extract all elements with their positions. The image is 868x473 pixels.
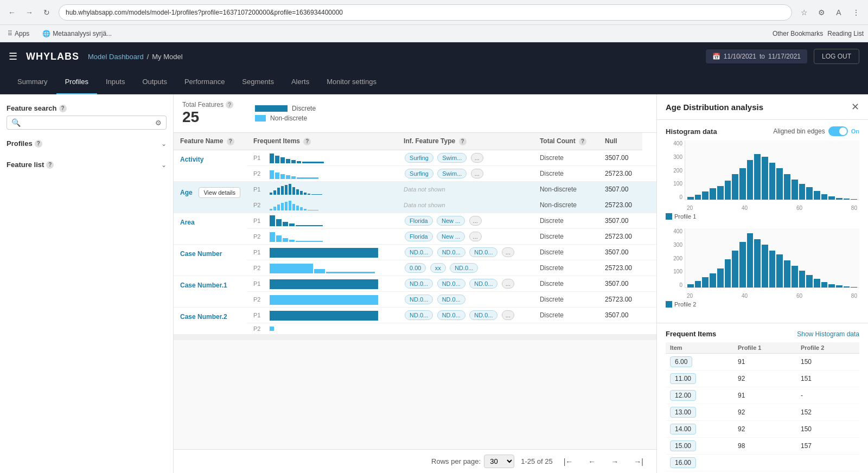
- area-p2-bars: P2: [247, 228, 397, 244]
- logout-button[interactable]: LOG OUT: [814, 49, 859, 64]
- search-input[interactable]: [23, 119, 153, 127]
- casenumber1-p2-tag-1[interactable]: ND.0...: [405, 295, 433, 304]
- chart-bar: [776, 254, 783, 287]
- fi-item-tag: 14.00: [670, 424, 696, 434]
- frequent-items-help-icon[interactable]: ?: [303, 138, 311, 145]
- activity-p1-tag-more[interactable]: ...: [471, 153, 483, 163]
- casenumber2-p1-tag-3[interactable]: ND.0...: [469, 310, 497, 320]
- next-page-button[interactable]: →: [607, 455, 623, 468]
- extensions-button[interactable]: ⚙: [814, 5, 829, 20]
- date-range-picker[interactable]: 📅 11/10/2021 to 11/17/2021: [706, 49, 807, 63]
- feature-name-help-icon[interactable]: ?: [227, 138, 234, 145]
- area-p2-tag-2[interactable]: New ...: [437, 232, 465, 241]
- casenumber-p1-tag-2[interactable]: ND.0...: [437, 247, 465, 257]
- casenumber2-p1-tag-more[interactable]: ...: [502, 310, 514, 320]
- hamburger-icon[interactable]: ☰: [9, 50, 17, 62]
- toggle-container: Aligned bin edges On: [773, 126, 859, 136]
- feature-type-help-icon[interactable]: ?: [459, 138, 467, 145]
- profiles-help-icon[interactable]: ?: [35, 140, 42, 148]
- user-button[interactable]: A: [831, 5, 846, 20]
- view-details-button[interactable]: View details: [199, 187, 240, 198]
- tab-outputs[interactable]: Outputs: [133, 71, 176, 94]
- close-panel-button[interactable]: ✕: [851, 101, 859, 113]
- area-feature-name[interactable]: Area: [180, 219, 195, 226]
- tab-alerts[interactable]: Alerts: [283, 71, 318, 94]
- bar: [275, 172, 279, 179]
- casenumber-p2-tag-3[interactable]: ND.0...: [450, 263, 478, 273]
- menu-button[interactable]: ⋮: [848, 5, 864, 20]
- casenumber2-feature-name[interactable]: Case Number.2: [180, 313, 227, 321]
- fi-col-p1: Profile 1: [733, 342, 796, 354]
- first-page-button[interactable]: |←: [559, 455, 578, 468]
- site-bookmark[interactable]: 🌐 Metaanalyysi syrjä...: [39, 29, 115, 39]
- bar: [270, 209, 272, 210]
- chart-bar: [784, 174, 790, 200]
- casenumber1-p1-tag-more[interactable]: ...: [502, 279, 514, 289]
- back-button[interactable]: ←: [4, 5, 20, 20]
- casenumber1-p1-tag-1[interactable]: ND.0...: [405, 279, 433, 289]
- apps-bookmark[interactable]: ⠿ Apps: [4, 29, 33, 39]
- feature-search-help-icon[interactable]: ?: [59, 105, 67, 112]
- feature-list-help-icon[interactable]: ?: [46, 161, 54, 169]
- area-p1-tag-1[interactable]: Florida: [405, 216, 433, 226]
- apps-icon: ⠿: [8, 30, 12, 37]
- casenumber-p1-tag-1[interactable]: ND.0...: [405, 247, 433, 257]
- tab-performance[interactable]: Performance: [176, 71, 233, 94]
- area-p2-tag-more[interactable]: ...: [469, 232, 482, 241]
- area-p1-tag-2[interactable]: New ...: [437, 216, 465, 226]
- casenumber-p2-tag-2[interactable]: xx: [430, 263, 446, 273]
- bar: [300, 191, 303, 195]
- tab-segments[interactable]: Segments: [233, 71, 283, 94]
- address-bar[interactable]: hub.whylabsapp.com/models/model-1/profil…: [59, 4, 792, 21]
- total-count-help-icon[interactable]: ?: [579, 138, 586, 145]
- rows-per-page-select[interactable]: 30 50 100: [484, 455, 514, 468]
- prev-page-button[interactable]: ←: [584, 455, 600, 468]
- casenumber1-p1-tag-2[interactable]: ND.0...: [437, 279, 465, 289]
- fi-p2-value: 152: [796, 404, 859, 421]
- activity-p2-tag-1[interactable]: Surfing: [405, 169, 433, 178]
- reload-button[interactable]: ↻: [39, 5, 54, 20]
- bookmark-button[interactable]: ☆: [796, 5, 812, 20]
- tab-summary[interactable]: Summary: [9, 71, 56, 94]
- casenumber-p2-tag-1[interactable]: 0.00: [405, 263, 426, 273]
- tab-profiles[interactable]: Profiles: [56, 71, 97, 94]
- casenumber-feature-name[interactable]: Case Number: [180, 250, 222, 258]
- feature-list-header[interactable]: Feature list ? ⌄: [7, 157, 167, 172]
- fi-item: 16.00: [666, 455, 733, 471]
- casenumber2-p1-tag-1[interactable]: ND.0...: [405, 310, 433, 320]
- profiles-header[interactable]: Profiles ? ⌄: [7, 136, 167, 151]
- chart-bar: [769, 251, 776, 287]
- nondiscrete-legend-bar: [255, 115, 266, 122]
- tab-inputs[interactable]: Inputs: [97, 71, 133, 94]
- age-feature-name[interactable]: Age: [180, 189, 193, 196]
- other-bookmarks[interactable]: Other Bookmarks: [773, 30, 823, 37]
- casenumber-p1-tag-more[interactable]: ...: [502, 247, 514, 257]
- show-histogram-link[interactable]: Show Histogram data: [797, 330, 859, 338]
- activity-p1-tag-1[interactable]: Surfing: [405, 153, 433, 163]
- casenumber-p1-tag-3[interactable]: ND.0...: [469, 247, 497, 257]
- activity-p1-tags: Surfing Swim... ...: [397, 150, 533, 165]
- area-p1-tag-more[interactable]: ...: [469, 216, 482, 226]
- bar: [286, 159, 290, 163]
- casenumber2-p1-tag-2[interactable]: ND.0...: [437, 310, 465, 320]
- filter-icon-button[interactable]: ⚙: [155, 119, 162, 127]
- activity-p2-tag-more[interactable]: ...: [471, 169, 483, 178]
- chart2-y-axis: 400 300 200 100 0: [666, 228, 685, 288]
- total-features-label: Total Features ?: [182, 101, 233, 108]
- casenumber1-p2-tag-2[interactable]: ND.0...: [437, 295, 465, 304]
- casenumber1-p1-tag-3[interactable]: ND.0...: [469, 279, 497, 289]
- total-features-help-icon[interactable]: ?: [226, 101, 233, 108]
- forward-button[interactable]: →: [22, 5, 37, 20]
- activity-p1-tag-2[interactable]: Swim...: [437, 153, 467, 163]
- area-p2-tag-1[interactable]: Florida: [405, 232, 433, 241]
- breadcrumb-link[interactable]: Model Dashboard: [88, 53, 144, 61]
- reading-list[interactable]: Reading List: [827, 30, 864, 37]
- activity-p2-tag-2[interactable]: Swim...: [437, 169, 467, 178]
- last-page-button[interactable]: →|: [629, 455, 648, 468]
- bar: [281, 203, 284, 210]
- activity-feature-name[interactable]: Activity: [180, 156, 203, 163]
- tab-monitor-settings[interactable]: Monitor settings: [318, 71, 385, 94]
- casenumber1-feature-name[interactable]: Case Number.1: [180, 282, 227, 289]
- aligned-bin-edges-toggle[interactable]: [828, 126, 848, 136]
- horizontal-scrollbar[interactable]: [174, 335, 656, 340]
